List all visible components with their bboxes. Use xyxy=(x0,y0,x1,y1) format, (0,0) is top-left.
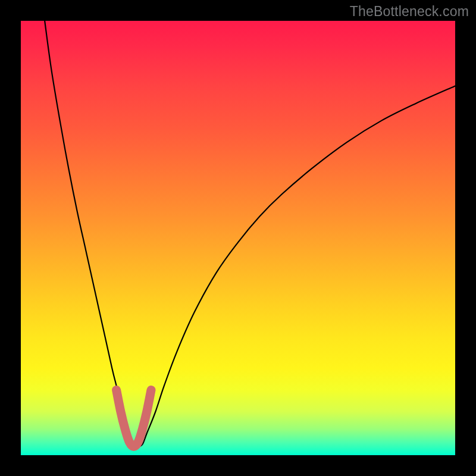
chart-svg xyxy=(21,21,455,455)
plot-area xyxy=(21,21,455,455)
primary-curve xyxy=(45,21,455,446)
curve-group xyxy=(45,21,455,446)
chart-frame: TheBottleneck.com xyxy=(0,0,476,476)
highlight-curve xyxy=(117,390,151,447)
watermark-text: TheBottleneck.com xyxy=(350,4,469,20)
